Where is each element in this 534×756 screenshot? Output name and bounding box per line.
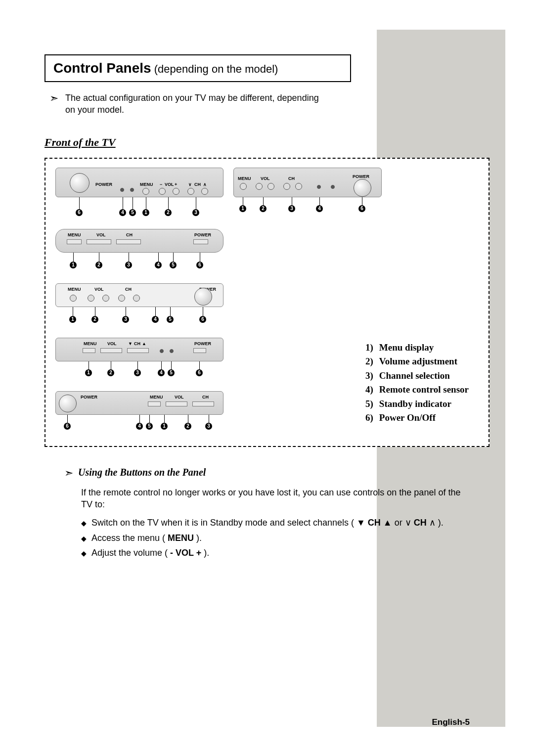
- b3b: - VOL +: [170, 548, 201, 558]
- bullet-3: ◆ Adjust the volume ( - VOL + ).: [81, 545, 490, 561]
- legend-text-5: Standby indicator: [379, 397, 451, 411]
- b1c: or: [395, 518, 405, 528]
- diamond-icon: ◆: [81, 518, 87, 531]
- using-arrow-icon: ➣: [64, 467, 73, 480]
- power-b: [354, 179, 371, 197]
- callout-f2: 2: [184, 423, 191, 430]
- ch-label-f: CH: [202, 395, 209, 400]
- ch-up-btn: [201, 188, 208, 195]
- legend-num-3: 3): [362, 369, 373, 383]
- legend-text-6: Power On/Off: [379, 411, 436, 425]
- tri-down-icon: ▼: [356, 518, 365, 528]
- callout-e6: 6: [196, 369, 203, 376]
- menu-label-d: MENU: [68, 287, 81, 292]
- menu-label-f: MENU: [150, 395, 163, 400]
- legend-text-2: Volume adjustment: [379, 355, 457, 369]
- vol-label-b: VOL: [261, 176, 270, 181]
- ch-down-btn: [187, 188, 194, 195]
- sensor-dot: [120, 188, 124, 192]
- sensor-b: [317, 185, 321, 189]
- standby-dot: [130, 188, 134, 192]
- ch-label: CH: [194, 182, 201, 187]
- diagram-box: POWER MENU − VOL + ∨ CH ∧ 6 4 5 1 2 3: [44, 158, 490, 447]
- b1a: Switch on the TV when it is in Standby m…: [91, 518, 356, 528]
- menu-label-b: MENU: [238, 176, 251, 181]
- callout-d6: 6: [199, 316, 206, 323]
- callout-e2: 2: [107, 369, 114, 376]
- ch-down-tri: ▼: [128, 341, 133, 346]
- ch-label-c: CH: [126, 232, 133, 237]
- power-label: POWER: [95, 182, 112, 187]
- callout-3: 3: [192, 209, 199, 216]
- callout-e5: 5: [168, 369, 175, 376]
- power-label-e: POWER: [194, 341, 211, 346]
- rect-menu: [67, 239, 82, 244]
- panel-variant-e: MENU VOL ▼ CH ▲ POWER: [55, 338, 223, 361]
- panel-variant-d: MENU VOL CH POWER: [55, 283, 223, 307]
- ch-label-e: CH: [134, 341, 140, 346]
- tri-up-icon: ▲: [383, 518, 392, 528]
- rect-ch: [116, 239, 141, 244]
- using-intro: If the remote control no longer works or…: [81, 487, 472, 511]
- using-heading: Using the Buttons on the Panel: [78, 467, 206, 478]
- b3c: ).: [204, 548, 209, 558]
- legend-num-5: 5): [362, 397, 373, 411]
- diamond-icon: ◆: [81, 533, 87, 546]
- callout-d5: 5: [167, 316, 174, 323]
- vol-label-e: VOL: [107, 341, 117, 346]
- rect-power: [193, 239, 208, 244]
- callout-f3: 3: [205, 423, 212, 430]
- ch-up-b: [295, 183, 302, 190]
- callout-b6: 6: [358, 205, 365, 212]
- ch-up-label: ∧: [203, 182, 207, 187]
- legend-list: 1)Menu display 2)Volume adjustment 3)Cha…: [362, 341, 469, 425]
- vol-up-b: [267, 183, 274, 190]
- callout-c1: 1: [70, 262, 77, 268]
- legend-text-3: Channel selection: [379, 369, 450, 383]
- callout-b4: 4: [316, 205, 323, 212]
- bullet-2: ◆ Access the menu ( MENU ).: [81, 531, 490, 546]
- callout-d2: 2: [91, 316, 98, 323]
- callout-d4: 4: [152, 316, 159, 323]
- callout-4: 4: [119, 209, 126, 216]
- legend-num-1: 1): [362, 341, 373, 355]
- page-number: English-5: [432, 717, 470, 727]
- page-content: Control Panels (depending on the model) …: [0, 0, 534, 561]
- b1d: CH: [414, 518, 429, 528]
- title-box: Control Panels (depending on the model): [44, 54, 351, 82]
- standby-b: [331, 185, 335, 189]
- title-light: (depending on the model): [151, 63, 278, 75]
- callout-e4: 4: [158, 369, 165, 376]
- legend-text-4: Remote control sensor: [379, 383, 469, 397]
- ch-up-tri: ▲: [142, 341, 146, 346]
- b2c: ).: [196, 533, 202, 543]
- vol-label-f: VOL: [175, 395, 184, 400]
- power-f: [59, 395, 77, 412]
- callout-e3: 3: [134, 369, 141, 376]
- callout-f6: 6: [64, 423, 71, 430]
- vol-label-c: VOL: [96, 232, 106, 237]
- menu-label-e: MENU: [84, 341, 97, 346]
- callout-e1: 1: [85, 369, 92, 376]
- panel-variant-c: MENU VOL CH POWER: [55, 229, 223, 253]
- callout-d1: 1: [69, 316, 76, 323]
- callout-f1: 1: [161, 423, 168, 430]
- menu-btn-b: [240, 183, 247, 190]
- using-block: ➣ Using the Buttons on the Panel If the …: [64, 467, 490, 561]
- ch-down-label: ∨: [188, 182, 192, 187]
- note-row: ➣ The actual configuration on your TV ma…: [49, 92, 326, 116]
- vol-label-d: VOL: [94, 287, 104, 292]
- callout-f5: 5: [146, 423, 153, 430]
- callout-1: 1: [142, 209, 149, 216]
- callout-c6: 6: [196, 262, 203, 268]
- callout-5: 5: [129, 209, 136, 216]
- panel-variant-a: POWER MENU − VOL + ∨ CH ∧: [55, 168, 223, 197]
- power-button: [70, 173, 89, 193]
- legend-num-2: 2): [362, 355, 373, 369]
- legend-num-6: 6): [362, 411, 373, 425]
- vol-down-b: [256, 183, 263, 190]
- ch-label-d: CH: [125, 287, 132, 292]
- note-arrow-icon: ➣: [49, 93, 58, 104]
- power-label-b: POWER: [353, 174, 369, 179]
- menu-label: MENU: [140, 182, 153, 187]
